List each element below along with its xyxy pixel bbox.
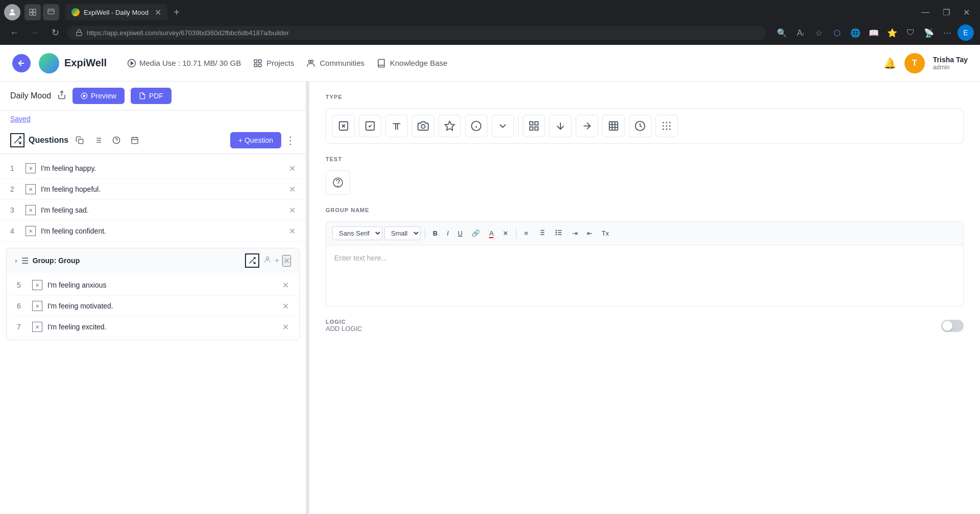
active-tab[interactable]: ExpiWell - Daily Mood ✕ — [65, 4, 167, 20]
type-dropdown-button[interactable] — [492, 115, 514, 137]
extension2-button[interactable]: 🌐 — [847, 24, 864, 41]
group-question-item[interactable]: 5 ✕ I'm feeling anxious ✕ — [11, 275, 295, 296]
type-text-button[interactable] — [385, 115, 408, 137]
read-action-button[interactable]: Aᵢ — [792, 24, 808, 41]
user-avatar[interactable]: T — [904, 53, 925, 73]
communities-nav-item[interactable]: Communities — [306, 59, 364, 68]
outdent-button[interactable]: ⇤ — [583, 227, 596, 240]
svg-rect-48 — [530, 122, 533, 125]
remove-question-button[interactable]: ✕ — [289, 185, 296, 194]
edge-button[interactable]: E — [958, 24, 974, 41]
highlight-button[interactable]: ✕ — [499, 227, 512, 240]
type-grid-button[interactable] — [523, 115, 545, 137]
type-info-button[interactable] — [465, 115, 487, 137]
group-shuffle-icon[interactable] — [245, 253, 259, 268]
shield-button[interactable]: 🛡 — [902, 24, 919, 41]
tab-close-button[interactable]: ✕ — [155, 8, 161, 17]
question-item[interactable]: 2 ✕ I'm feeling hopeful. ✕ — [0, 179, 306, 200]
svg-rect-29 — [132, 138, 138, 144]
tab-switcher-icon[interactable] — [24, 4, 41, 20]
group-remove-button[interactable]: ✕ — [282, 255, 291, 267]
svg-rect-10 — [259, 60, 261, 62]
reader-button[interactable]: 📖 — [866, 24, 882, 41]
knowledge-base-nav-item[interactable]: Knowledge Base — [377, 59, 448, 68]
add-logic-label: ADD LOGIC — [326, 325, 362, 332]
group-expand-button[interactable]: › — [15, 256, 17, 265]
notifications-bell-icon[interactable]: 🔔 — [884, 57, 896, 69]
type-checkbox-x-button[interactable] — [332, 115, 355, 137]
questions-label: Questions — [29, 136, 68, 145]
test-icon-button[interactable] — [326, 170, 350, 195]
bookmark2-button[interactable]: ⭐ — [884, 24, 900, 41]
type-clock-button[interactable] — [629, 115, 651, 137]
type-dots-button[interactable] — [655, 115, 678, 137]
logic-toggle[interactable] — [941, 320, 964, 332]
projects-nav-item[interactable]: Projects — [253, 59, 294, 68]
indent-button[interactable]: ⇥ — [569, 227, 581, 240]
type-checkbox-check-button[interactable] — [359, 115, 381, 137]
close-button[interactable]: ✕ — [957, 6, 976, 19]
more-button[interactable]: ⋯ — [939, 24, 955, 41]
new-tab-icon[interactable] — [43, 4, 59, 20]
more-options-button[interactable]: ⋮ — [285, 134, 296, 146]
type-camera-button[interactable] — [412, 115, 434, 137]
type-vertical-arrow-button[interactable] — [549, 115, 572, 137]
new-tab-button[interactable]: + — [169, 7, 184, 18]
group-add-button[interactable]: + — [275, 256, 279, 265]
question-item[interactable]: 4 ✕ I'm feeling confident. ✕ — [0, 221, 306, 242]
question-item[interactable]: 1 ✕ I'm feeling happy. ✕ — [0, 158, 306, 179]
reload-button[interactable]: ↻ — [47, 24, 63, 41]
cast-button[interactable]: 📡 — [921, 24, 937, 41]
bookmark-action-button[interactable]: ☆ — [811, 24, 827, 41]
questions-shuffle-icon[interactable] — [10, 133, 24, 147]
remove-question-button[interactable]: ✕ — [289, 205, 296, 215]
remove-question-button[interactable]: ✕ — [282, 322, 289, 332]
remove-question-button[interactable]: ✕ — [282, 301, 289, 311]
calendar-button[interactable] — [128, 133, 142, 147]
font-size-select[interactable]: Small — [384, 226, 421, 240]
questions-header: Questions + Qu — [0, 127, 306, 154]
maximize-button[interactable]: ❐ — [937, 6, 956, 19]
unordered-list-button[interactable] — [551, 226, 567, 241]
question-item[interactable]: 3 ✕ I'm feeling sad. ✕ — [0, 200, 306, 221]
minimize-button[interactable]: — — [915, 6, 936, 19]
align-left-button[interactable]: ≡ — [521, 227, 532, 240]
group-question-item[interactable]: 7 ✕ I'm feeling excited. ✕ — [11, 317, 295, 338]
pdf-button[interactable]: PDF — [131, 88, 172, 104]
copy-questions-button[interactable] — [72, 133, 87, 147]
font-family-select[interactable]: Sans Serif — [332, 226, 382, 240]
back-to-dashboard-button[interactable] — [12, 54, 31, 72]
test-section: TEST — [326, 156, 964, 195]
group-person-button[interactable] — [263, 255, 272, 266]
add-question-button[interactable]: + Question — [230, 132, 281, 148]
group-question-item[interactable]: 6 ✕ I'm feeing motivated. ✕ — [11, 296, 295, 317]
svg-rect-11 — [255, 64, 257, 66]
media-use-nav-item[interactable]: Media Use : 10.71 MB/ 30 GB — [127, 59, 241, 68]
profile-icon[interactable] — [4, 4, 20, 20]
svg-point-70 — [666, 128, 668, 130]
link-button[interactable]: 🔗 — [468, 227, 483, 240]
underline-button[interactable]: U — [454, 227, 466, 240]
preview-button[interactable]: Preview — [72, 88, 125, 104]
help-button[interactable] — [109, 133, 124, 147]
rich-text-editor[interactable]: Enter text here... — [326, 245, 964, 306]
type-small-grid-button[interactable] — [602, 115, 625, 137]
type-star-button[interactable] — [438, 115, 461, 137]
italic-button[interactable]: I — [443, 227, 452, 240]
question-tools — [72, 133, 142, 147]
extension1-button[interactable]: ⬡ — [829, 24, 845, 41]
clear-format-button[interactable]: Tx — [598, 227, 612, 240]
forward-button[interactable]: → — [27, 24, 43, 41]
back-button[interactable]: ← — [6, 24, 22, 41]
type-horizontal-arrow-button[interactable] — [576, 115, 598, 137]
remove-question-button[interactable]: ✕ — [289, 226, 296, 236]
remove-question-button[interactable]: ✕ — [289, 164, 296, 173]
address-bar[interactable]: https://app.expiwell.com/survey/67039bd3… — [67, 26, 766, 40]
remove-question-button[interactable]: ✕ — [282, 280, 289, 290]
search-action-button[interactable]: 🔍 — [774, 24, 790, 41]
share-button[interactable] — [57, 90, 66, 102]
font-color-button[interactable]: A — [485, 227, 497, 240]
bold-button[interactable]: B — [429, 227, 441, 240]
list-view-button[interactable] — [91, 133, 105, 147]
ordered-list-button[interactable] — [534, 226, 549, 241]
